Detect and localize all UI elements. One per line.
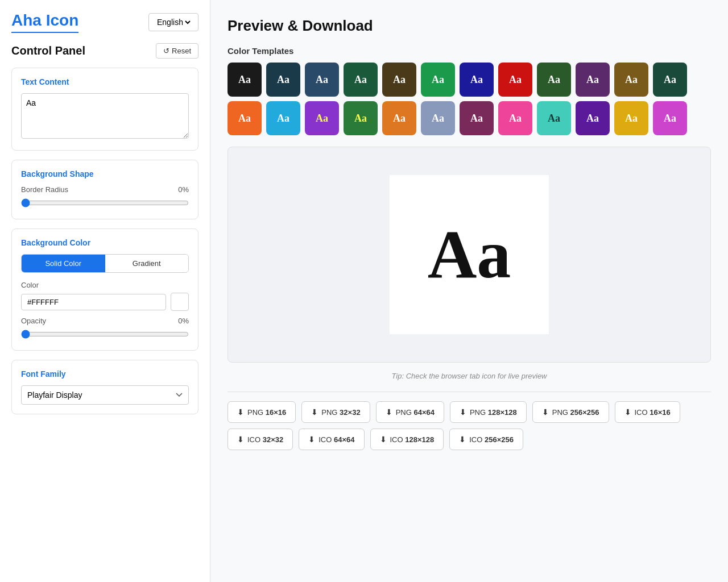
reset-button[interactable]: ↺ Reset [156, 43, 198, 59]
color-template-item[interactable]: Aa [576, 63, 610, 97]
download-button-png-256x256[interactable]: ⬇PNG 256×256 [532, 401, 609, 423]
preview-container: Aa [228, 147, 711, 363]
color-swatch[interactable] [171, 293, 189, 311]
page-title: Preview & Download [228, 17, 711, 35]
download-grid: ⬇PNG 16×16⬇PNG 32×32⬇PNG 64×64⬇PNG 128×1… [228, 401, 711, 450]
download-label: PNG 256×256 [552, 408, 599, 417]
download-label: PNG 32×32 [321, 408, 360, 417]
opacity-row: Opacity 0% [21, 317, 189, 325]
icon-preview-box: Aa [390, 175, 549, 334]
download-icon: ⬇ [308, 435, 315, 444]
color-template-item[interactable]: Aa [460, 63, 494, 97]
download-icon: ⬇ [386, 408, 392, 417]
control-panel-header: Control Panel ↺ Reset [11, 43, 198, 59]
background-shape-label: Background Shape [21, 169, 189, 178]
color-templates-label: Color Templates [228, 46, 711, 56]
download-button-ico-16x16[interactable]: ⬇ICO 16×16 [615, 401, 680, 423]
download-icon: ⬇ [311, 408, 318, 417]
download-label: ICO 32×32 [247, 435, 283, 444]
color-input-row [21, 293, 189, 311]
control-panel-title: Control Panel [11, 44, 85, 57]
color-template-item[interactable]: Aa [382, 101, 416, 135]
color-mode-toggle: Solid Color Gradient [21, 254, 189, 273]
download-button-ico-32x32[interactable]: ⬇ICO 32×32 [228, 429, 293, 450]
download-label: ICO 64×64 [318, 435, 354, 444]
background-color-card: Background Color Solid Color Gradient Co… [11, 228, 198, 351]
color-template-item[interactable]: Aa [421, 101, 455, 135]
download-icon: ⬇ [624, 408, 631, 417]
download-icon: ⬇ [460, 408, 466, 417]
divider [228, 392, 711, 392]
download-icon: ⬇ [459, 435, 466, 444]
color-template-item[interactable]: Aa [266, 101, 300, 135]
download-icon: ⬇ [542, 408, 549, 417]
color-template-item[interactable]: Aa [537, 63, 571, 97]
border-radius-row: Border Radius 0% [21, 185, 189, 194]
sidebar: Aha Icon English 中文 日本語 한국어 Control Pane… [0, 0, 210, 582]
icon-preview-text: Aa [428, 215, 511, 294]
color-template-item[interactable]: Aa [498, 63, 532, 97]
download-icon: ⬇ [237, 408, 244, 417]
download-button-png-16x16[interactable]: ⬇PNG 16×16 [228, 401, 296, 423]
opacity-slider[interactable] [21, 330, 189, 339]
background-shape-card: Background Shape Border Radius 0% [11, 160, 198, 219]
download-button-png-32x32[interactable]: ⬇PNG 32×32 [301, 401, 370, 423]
tip-text: Tip: Check the browser tab icon for live… [228, 372, 711, 380]
language-dropdown[interactable]: English 中文 日本語 한국어 [155, 17, 192, 27]
border-radius-value: 0% [178, 185, 189, 194]
download-label: PNG 128×128 [470, 408, 517, 417]
color-template-item[interactable]: Aa [228, 63, 262, 97]
download-label: ICO 256×256 [469, 435, 514, 444]
border-radius-slider[interactable] [21, 198, 189, 207]
app-logo: Aha Icon [11, 11, 78, 33]
download-label: ICO 128×128 [390, 435, 435, 444]
font-family-card: Font Family Playfair Display Arial Helve… [11, 360, 198, 414]
color-template-item[interactable]: Aa [266, 63, 300, 97]
color-template-item[interactable]: Aa [305, 63, 339, 97]
download-button-png-128x128[interactable]: ⬇PNG 128×128 [450, 401, 527, 423]
color-template-item[interactable]: Aa [344, 63, 378, 97]
color-template-item[interactable]: Aa [460, 101, 494, 135]
font-family-select[interactable]: Playfair Display Arial Helvetica Georgia… [21, 385, 189, 405]
download-button-ico-64x64[interactable]: ⬇ICO 64×64 [299, 429, 364, 450]
color-template-item[interactable]: Aa [653, 101, 687, 135]
color-hex-input[interactable] [21, 294, 166, 310]
color-template-item[interactable]: Aa [382, 63, 416, 97]
border-radius-label: Border Radius [21, 185, 68, 194]
text-content-card: Text Content Aa [11, 68, 198, 151]
download-label: PNG 64×64 [396, 408, 435, 417]
text-content-input[interactable]: Aa [21, 93, 189, 139]
download-button-ico-256x256[interactable]: ⬇ICO 256×256 [449, 429, 523, 450]
color-template-item[interactable]: Aa [653, 63, 687, 97]
color-template-item[interactable]: Aa [537, 101, 571, 135]
background-color-label: Background Color [21, 238, 189, 247]
solid-color-button[interactable]: Solid Color [22, 255, 105, 272]
download-label: ICO 16×16 [635, 408, 671, 417]
language-selector[interactable]: English 中文 日本語 한국어 [148, 13, 198, 31]
color-template-item[interactable]: Aa [614, 63, 648, 97]
color-template-item[interactable]: Aa [228, 101, 262, 135]
main-content: Preview & Download Color Templates AaAaA… [210, 0, 728, 582]
color-template-item[interactable]: Aa [498, 101, 532, 135]
color-template-item[interactable]: Aa [614, 101, 648, 135]
color-templates-grid: AaAaAaAaAaAaAaAaAaAaAaAaAaAaAaAaAaAaAaAa… [228, 63, 711, 135]
download-button-ico-128x128[interactable]: ⬇ICO 128×128 [370, 429, 444, 450]
opacity-value: 0% [178, 317, 189, 325]
opacity-label: Opacity [21, 317, 46, 325]
text-content-label: Text Content [21, 77, 189, 86]
download-icon: ⬇ [237, 435, 244, 444]
color-template-item[interactable]: Aa [344, 101, 378, 135]
download-button-png-64x64[interactable]: ⬇PNG 64×64 [376, 401, 444, 423]
logo-area: Aha Icon English 中文 日本語 한국어 [11, 11, 198, 33]
gradient-button[interactable]: Gradient [105, 255, 189, 272]
color-template-item[interactable]: Aa [421, 63, 455, 97]
color-field-label: Color [21, 281, 189, 289]
color-template-item[interactable]: Aa [305, 101, 339, 135]
font-family-label: Font Family [21, 369, 189, 379]
download-icon: ⬇ [380, 435, 387, 444]
color-template-item[interactable]: Aa [576, 101, 610, 135]
download-label: PNG 16×16 [247, 408, 286, 417]
